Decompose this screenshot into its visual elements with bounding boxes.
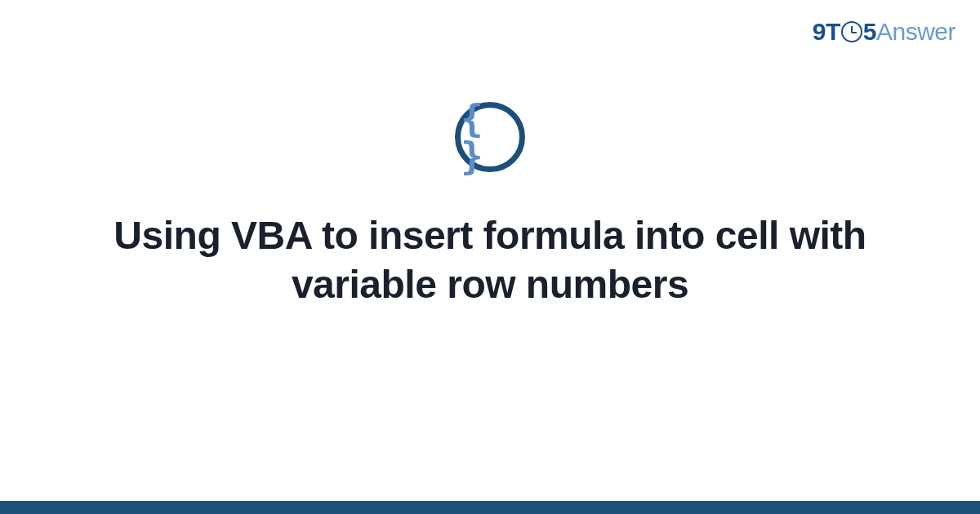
brand-text-9t: 9T [813, 18, 840, 45]
code-braces-icon: { } [461, 100, 519, 175]
clock-icon [841, 21, 862, 42]
brand-text-5: 5 [863, 18, 876, 45]
page-title: Using VBA to insert formula into cell wi… [98, 211, 882, 309]
topic-icon-circle: { } [455, 102, 525, 172]
main-content: { } Using VBA to insert formula into cel… [0, 102, 980, 309]
footer-bar [0, 501, 980, 514]
brand-logo: 9T5Answer [813, 18, 956, 46]
brand-text-answer: Answer [876, 18, 956, 45]
